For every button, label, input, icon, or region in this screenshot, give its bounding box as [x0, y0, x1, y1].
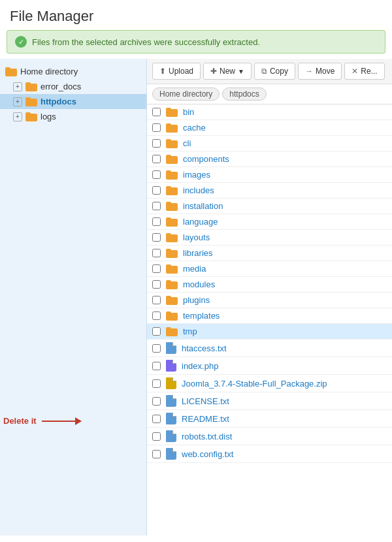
- main-layout: Home directory + error_docs + httpdocs +…: [0, 59, 392, 535]
- folder-icon: [166, 327, 178, 336]
- file-name: cli: [183, 138, 191, 148]
- banner-text: Files from the selected archives were su…: [32, 37, 260, 47]
- file-checkbox[interactable]: [152, 217, 161, 226]
- folder-icon: [166, 296, 178, 305]
- file-name: media: [183, 264, 206, 274]
- error-docs-folder-icon: [25, 82, 37, 91]
- file-name: README.txt: [182, 414, 229, 424]
- file-checkbox[interactable]: [152, 327, 161, 336]
- file-name: web.config.txt: [182, 449, 234, 459]
- breadcrumb-httpdocs[interactable]: httpdocs: [222, 88, 266, 101]
- file-checkbox[interactable]: [152, 344, 161, 353]
- file-row[interactable]: plugins: [147, 293, 392, 308]
- new-icon: ✚: [210, 67, 217, 76]
- file-row[interactable]: libraries: [147, 246, 392, 261]
- file-row[interactable]: language: [147, 214, 392, 230]
- php-file-icon: [166, 360, 176, 372]
- file-name: tmp: [183, 327, 197, 336]
- txt-file-icon: [166, 430, 176, 442]
- file-name: components: [183, 154, 229, 164]
- move-button[interactable]: → Move: [298, 63, 342, 80]
- file-checkbox[interactable]: [152, 296, 161, 304]
- file-checkbox[interactable]: [152, 249, 161, 257]
- file-row[interactable]: components: [147, 151, 392, 167]
- file-checkbox[interactable]: [152, 139, 161, 148]
- file-row[interactable]: index.php: [147, 357, 392, 375]
- file-row[interactable]: htaccess.txt: [147, 340, 392, 357]
- expand-icon-httpdocs[interactable]: +: [13, 97, 22, 106]
- file-row[interactable]: README.txt: [147, 410, 392, 428]
- file-checkbox[interactable]: [152, 397, 161, 406]
- file-checkbox[interactable]: [152, 379, 161, 388]
- file-row[interactable]: images: [147, 167, 392, 183]
- upload-button[interactable]: ⬆ Upload: [152, 63, 201, 80]
- expand-icon-logs[interactable]: +: [13, 112, 22, 121]
- file-checkbox[interactable]: [152, 202, 161, 210]
- file-name: libraries: [183, 248, 213, 258]
- file-checkbox[interactable]: [152, 155, 161, 163]
- file-checkbox[interactable]: [152, 362, 161, 370]
- file-checkbox[interactable]: [152, 280, 161, 289]
- file-row[interactable]: modules: [147, 277, 392, 293]
- file-checkbox[interactable]: [152, 432, 161, 441]
- folder-icon: [166, 139, 178, 148]
- file-name: Joomla_3.7.4-Stable-Full_Package.zip: [182, 379, 327, 389]
- upload-label: Upload: [169, 67, 193, 76]
- file-name: plugins: [183, 295, 210, 305]
- folder-icon: [166, 123, 178, 133]
- new-label: New: [220, 67, 235, 76]
- file-row[interactable]: bin: [147, 104, 392, 120]
- txt-file-icon: [166, 413, 176, 424]
- txt-file-icon: [166, 342, 176, 354]
- file-checkbox[interactable]: [152, 233, 161, 242]
- upload-icon: ⬆: [159, 67, 166, 76]
- file-checkbox[interactable]: [152, 311, 161, 320]
- sidebar-item-httpdocs[interactable]: + httpdocs: [0, 94, 146, 109]
- file-row[interactable]: robots.txt.dist: [147, 428, 392, 445]
- file-row[interactable]: includes: [147, 183, 392, 199]
- new-dropdown-arrow: ▼: [238, 68, 244, 75]
- txt-file-icon: [166, 395, 176, 407]
- breadcrumb-home[interactable]: Home directory: [152, 88, 220, 101]
- file-row[interactable]: Joomla_3.7.4-Stable-Full_Package.zip: [147, 375, 392, 392]
- file-checkbox[interactable]: [152, 123, 161, 132]
- home-folder-icon: [5, 67, 17, 76]
- file-name: modules: [183, 279, 215, 289]
- sidebar-item-error-docs[interactable]: + error_docs: [0, 79, 146, 94]
- copy-icon: ⧉: [261, 67, 267, 76]
- file-name: templates: [183, 311, 220, 321]
- sidebar-item-home[interactable]: Home directory: [0, 64, 146, 79]
- new-button[interactable]: ✚ New ▼: [203, 63, 252, 80]
- sidebar-logs-label: logs: [41, 112, 56, 121]
- toolbar: ⬆ Upload ✚ New ▼ ⧉ Copy → Move ✕ Re...: [147, 59, 392, 84]
- file-row[interactable]: LICENSE.txt: [147, 392, 392, 410]
- copy-button[interactable]: ⧉ Copy: [254, 63, 295, 80]
- folder-icon: [166, 264, 178, 274]
- content-area: ⬆ Upload ✚ New ▼ ⧉ Copy → Move ✕ Re...: [147, 59, 392, 535]
- file-row[interactable]: cache: [147, 120, 392, 136]
- file-checkbox[interactable]: [152, 264, 161, 273]
- file-checkbox[interactable]: [152, 186, 161, 195]
- folder-icon: [166, 155, 178, 164]
- expand-icon-error-docs[interactable]: +: [13, 82, 22, 91]
- sidebar-item-logs[interactable]: + logs: [0, 109, 146, 124]
- folder-icon: [166, 202, 178, 211]
- file-row[interactable]: templates: [147, 308, 392, 324]
- file-row[interactable]: tmp: [147, 324, 392, 340]
- file-row[interactable]: layouts: [147, 230, 392, 246]
- file-checkbox[interactable]: [152, 108, 161, 116]
- sidebar-home-label: Home directory: [20, 67, 78, 76]
- remove-button[interactable]: ✕ Re...: [344, 63, 384, 80]
- file-name: layouts: [183, 232, 210, 242]
- file-checkbox[interactable]: [152, 415, 161, 423]
- folder-icon: [166, 170, 178, 180]
- file-row[interactable]: web.config.txt: [147, 445, 392, 463]
- file-row[interactable]: cli: [147, 136, 392, 151]
- httpdocs-folder-icon: [25, 97, 37, 106]
- folder-icon: [166, 249, 178, 258]
- file-row[interactable]: media: [147, 261, 392, 277]
- file-checkbox[interactable]: [152, 450, 161, 458]
- file-row[interactable]: installation: [147, 199, 392, 214]
- file-checkbox[interactable]: [152, 170, 161, 179]
- delete-arrow: [42, 421, 81, 422]
